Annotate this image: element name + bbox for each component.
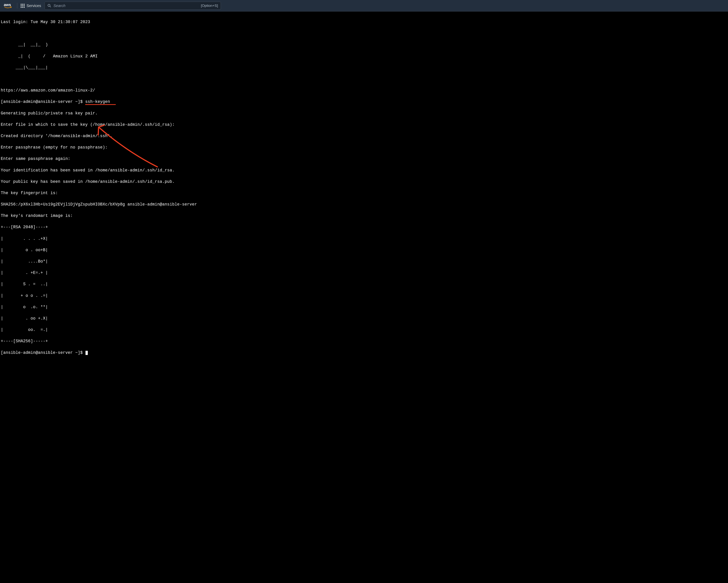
search-shortcut-hint: [Option+S]	[201, 4, 218, 8]
randomart-line: +----[SHA256]-----+	[1, 338, 727, 344]
ascii-art-line: _| ( / Amazon Linux 2 AMI	[1, 53, 727, 59]
randomart-line: | . oo +.X|	[1, 315, 727, 321]
output-line: Enter same passphrase again:	[1, 156, 727, 162]
output-line: Generating public/private rsa key pair.	[1, 110, 727, 116]
randomart-line: | . +E=.+ |	[1, 270, 727, 276]
cursor-icon	[85, 351, 88, 355]
blank-line	[1, 30, 727, 36]
randomart-line: | o .o. **|	[1, 304, 727, 310]
ami-url-line: https://aws.amazon.com/amazon-linux-2/	[1, 87, 727, 93]
services-menu[interactable]: Services	[21, 4, 41, 8]
services-label: Services	[27, 4, 41, 8]
svg-line-2	[50, 6, 51, 7]
prompt-line: [ansible-admin@ansible-server ~]$	[1, 350, 727, 356]
ascii-art-line: ___|\___|___|	[1, 65, 727, 71]
grid-icon	[21, 4, 25, 8]
fingerprint-line: SHA256:/pX6xl3Hb+Us19g2EVjl1DjVgZspubHIO…	[1, 201, 727, 207]
output-line: The key's randomart image is:	[1, 213, 727, 219]
annotation-underline	[85, 104, 115, 105]
shell-prompt: [ansible-admin@ansible-server ~]$	[1, 100, 85, 104]
search-icon	[47, 4, 51, 7]
ascii-art-line: __| __|_ )	[1, 42, 727, 48]
output-line: Your identification has been saved in /h…	[1, 167, 727, 173]
randomart-line: | o . oo+B|	[1, 247, 727, 253]
output-line: The key fingerprint is:	[1, 190, 727, 196]
output-line: Enter passphrase (empty for no passphras…	[1, 144, 727, 150]
randomart-line: | ....Bo*|	[1, 258, 727, 264]
prompt-line: [ansible-admin@ansible-server ~]$ ssh-ke…	[1, 99, 727, 105]
svg-text:aws: aws	[4, 3, 11, 7]
command-text: ssh-keygen	[85, 100, 110, 104]
blank-line	[1, 76, 727, 82]
randomart-line: +---[RSA 2048]----+	[1, 224, 727, 230]
randomart-line: | + o o . .=|	[1, 293, 727, 299]
randomart-line: | oo. =.|	[1, 327, 727, 333]
randomart-line: | S . = ..|	[1, 281, 727, 287]
aws-logo[interactable]: aws	[4, 0, 14, 11]
terminal-output[interactable]: Last login: Tue May 30 21:30:07 2023 __|…	[0, 11, 728, 396]
shell-prompt: [ansible-admin@ansible-server ~]$	[1, 351, 85, 355]
output-line: Your public key has been saved in /home/…	[1, 179, 727, 185]
aws-header: aws Services [Option+S]	[0, 0, 728, 11]
randomart-line: | . . . .+X|	[1, 236, 727, 242]
output-line: Enter file in which to save the key (/ho…	[1, 122, 727, 128]
search-input[interactable]	[51, 3, 201, 8]
output-line: Created directory '/home/ansible-admin/.…	[1, 133, 727, 139]
search-box[interactable]: [Option+S]	[45, 2, 221, 10]
last-login-line: Last login: Tue May 30 21:30:07 2023	[1, 19, 727, 25]
